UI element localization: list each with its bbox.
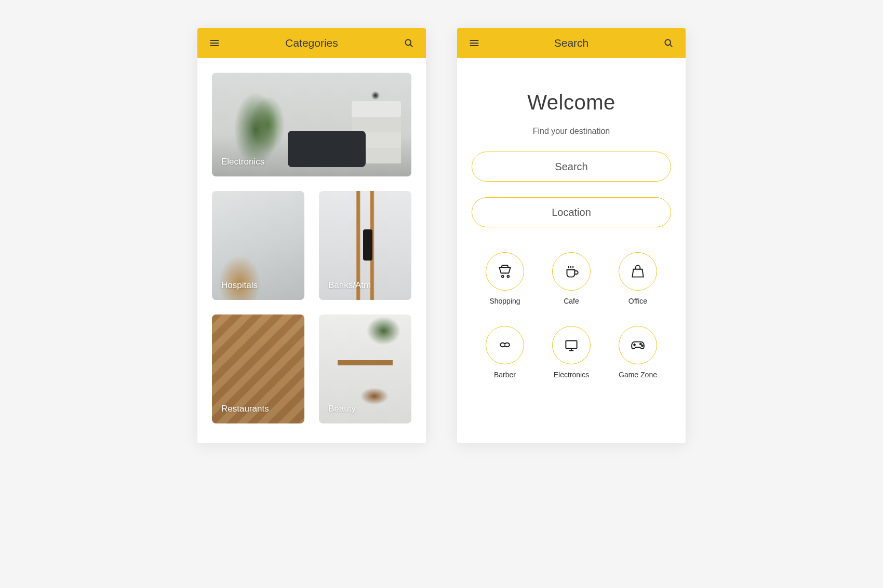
categories-screen: Categories Electronics Hospitals Banks/A… [197, 28, 426, 443]
category-gamezone[interactable]: Game Zone [619, 326, 657, 379]
category-label: Banks/Atm [328, 280, 371, 291]
category-card-beauty[interactable]: Beauty [319, 314, 411, 423]
welcome-subtitle: Find your destination [472, 127, 671, 136]
search-icon[interactable] [403, 37, 414, 49]
category-shopping[interactable]: Shopping [486, 252, 524, 305]
page-title: Categories [285, 37, 338, 49]
welcome-title: Welcome [472, 91, 671, 114]
search-icon[interactable] [663, 37, 674, 49]
menu-icon[interactable] [469, 37, 480, 49]
svg-point-2 [502, 276, 504, 278]
search-screen: Search Welcome Find your destination Sea… [457, 28, 686, 443]
category-label: Electronics [554, 371, 589, 379]
category-label: Office [628, 297, 647, 305]
category-cafe[interactable]: Cafe [552, 252, 591, 305]
category-label: Beauty [328, 404, 356, 414]
content-area: Electronics Hospitals Banks/Atm Restaura… [197, 58, 426, 443]
category-office[interactable]: Office [619, 252, 657, 305]
header: Search [457, 28, 686, 58]
header: Categories [197, 28, 426, 58]
category-label: Restaurants [221, 404, 269, 414]
category-electronics[interactable]: Electronics [552, 326, 591, 379]
mustache-icon [486, 326, 524, 364]
category-card-banks[interactable]: Banks/Atm [319, 191, 411, 300]
category-label: Barber [494, 371, 516, 379]
category-label: Electronics [221, 157, 264, 167]
search-input[interactable]: Search [472, 152, 671, 182]
category-card-hospitals[interactable]: Hospitals [212, 191, 304, 300]
svg-point-5 [640, 343, 641, 345]
category-card-restaurants[interactable]: Restaurants [212, 314, 304, 423]
category-label: Hospitals [221, 280, 258, 291]
location-placeholder: Location [552, 207, 591, 218]
gamepad-icon [619, 326, 657, 364]
search-placeholder: Search [555, 161, 587, 173]
cart-icon [486, 252, 524, 291]
category-label: Cafe [564, 297, 579, 305]
category-label: Game Zone [619, 371, 657, 379]
category-barber[interactable]: Barber [486, 326, 524, 379]
page-title: Search [554, 37, 589, 49]
coffee-icon [552, 252, 591, 291]
location-input[interactable]: Location [472, 197, 671, 227]
svg-rect-4 [566, 341, 577, 349]
category-label: Shopping [489, 297, 520, 305]
svg-point-3 [507, 276, 509, 278]
svg-point-6 [641, 345, 643, 347]
bag-icon [619, 252, 657, 291]
menu-icon[interactable] [209, 37, 220, 49]
content-area: Welcome Find your destination Search Loc… [457, 58, 686, 443]
category-hero-electronics[interactable]: Electronics [212, 73, 411, 176]
monitor-icon [552, 326, 591, 364]
